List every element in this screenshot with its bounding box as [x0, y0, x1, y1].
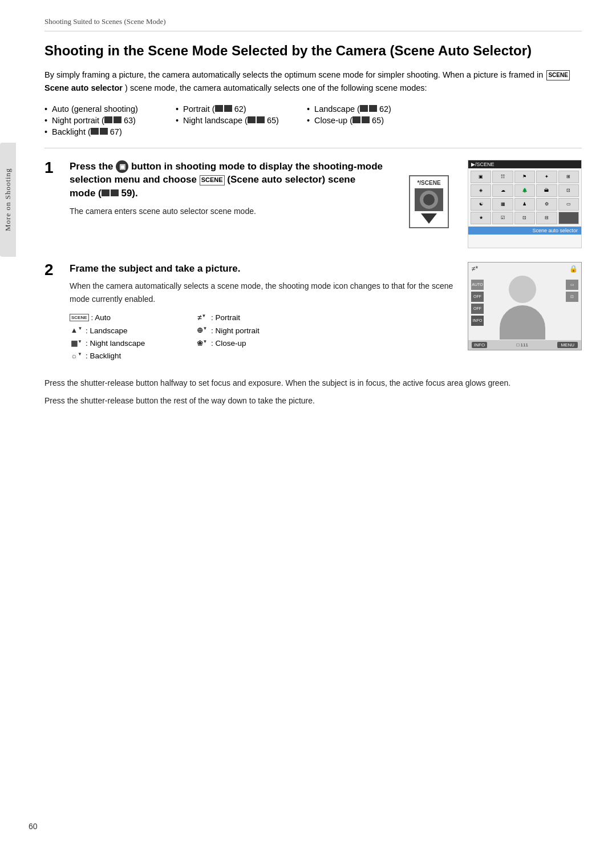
right-icons: ▭ ⊡: [566, 280, 578, 302]
menu-cell: ★: [471, 212, 491, 224]
section-divider: [44, 148, 582, 148]
scene-icon-inline: SCENE: [546, 70, 569, 80]
icon-landscape: ▲▼ : Landscape: [70, 326, 184, 334]
breadcrumb: Shooting Suited to Scenes (Scene Mode): [44, 17, 582, 31]
landscape-icon: ▲▼: [70, 326, 83, 334]
menu-cell: [558, 212, 579, 224]
bullet-night-landscape-text: Night landscape ( 65): [183, 116, 279, 125]
menu-button: MENU: [557, 342, 578, 348]
step-2-text-col: Frame the subject and take a picture. Wh…: [70, 262, 456, 362]
scene-auto-selector-label: Scene auto selector: [468, 227, 581, 235]
menu-cell: ♟: [514, 198, 535, 211]
icon-backlight: ☼▼ : Backlight: [70, 352, 184, 360]
preview-top-right: 🔒: [569, 265, 578, 273]
icon-landscape-label: : Landscape: [86, 326, 128, 335]
step-1-body: The camera enters scene auto selector sc…: [70, 205, 383, 217]
preview-top-left: ≠*: [472, 265, 478, 273]
menu-cell: ⚑: [514, 171, 535, 183]
bullet-closeup-text: Close-up ( 65): [314, 116, 384, 125]
page-title-text: Shooting in the Scene Mode Selected by t…: [44, 43, 532, 58]
step-2-layout: 2 Frame the subject and take a picture. …: [44, 262, 582, 368]
icon-portrait-label: : Portrait: [211, 313, 240, 322]
menu-cell: ☷: [492, 171, 513, 183]
main-content: Shooting Suited to Scenes (Scene Mode) S…: [16, 0, 616, 848]
step-2-body: When the camera automatically selects a …: [70, 280, 456, 305]
menu-cell: ◈: [471, 184, 491, 197]
scene-auto-bold: Scene auto selector: [230, 174, 322, 185]
scene-auto-icon: SCENE: [70, 314, 89, 321]
step-1-text-content: Press the ▣ button in shooting mode to d…: [70, 160, 383, 218]
bullet-night-portrait: Night portrait ( 63): [44, 116, 170, 125]
side-tab-label: More on Shooting: [3, 168, 13, 232]
portrait-icon: ≠▼: [195, 313, 209, 322]
night-landscape-icon: ▦▼: [70, 339, 83, 348]
icon-portrait: ≠▼ : Portrait: [195, 313, 309, 322]
camera-menu-top-label: ▶/SCENE: [471, 161, 495, 167]
icon-night-portrait: ⊕▼ : Night portrait: [195, 326, 309, 334]
bullet-auto: Auto (general shooting): [44, 104, 170, 114]
step-2-section: 2 Frame the subject and take a picture. …: [44, 262, 582, 407]
step-2-note-2: Press the shutter-release button the res…: [44, 394, 582, 407]
step-1-image-group: */SCENE: [395, 160, 582, 248]
info-button: INFO: [472, 342, 487, 348]
silhouette-head: [509, 276, 536, 303]
bullet-backlight: Backlight ( 67): [44, 127, 170, 136]
auto-icon-box: AUTO: [471, 280, 484, 290]
page-number: 60: [29, 822, 38, 831]
step-2-image: ≠* 🔒 AUTO OFF OFF INFO: [468, 262, 582, 350]
right-icon-2: ⊡: [566, 292, 578, 302]
camera-menu-screenshot: ▶/SCENE ▣ ☷ ⚑ ✦ ⊞ ◈ ☁: [468, 160, 582, 248]
camera-preview-screenshot: ≠* 🔒 AUTO OFF OFF INFO: [468, 262, 582, 350]
icons-grid: SCENE : Auto ≠▼ : Portrait ▲▼ : Landscap…: [70, 313, 456, 362]
bullet-landscape: Landscape ( 62): [307, 104, 432, 114]
menu-cell: ⊟: [536, 212, 557, 224]
menu-cell: ▦: [492, 198, 513, 211]
side-tab: More on Shooting: [0, 143, 16, 257]
bullet-night-landscape: Night landscape ( 65): [176, 116, 301, 125]
icon-night-landscape-label: : Night landscape: [86, 339, 145, 348]
night-portrait-icon: ⊕▼: [195, 326, 209, 334]
camera-button-icon: ▣: [116, 160, 128, 173]
menu-cell: ⊡: [514, 212, 535, 224]
off-icon-box-1: OFF: [471, 292, 484, 302]
icon-closeup-label: : Close-up: [211, 339, 246, 348]
preview-left-icons: AUTO OFF OFF INFO: [471, 280, 484, 326]
step-1-number: 1: [44, 160, 62, 176]
step-2-content: 2 Frame the subject and take a picture. …: [44, 262, 456, 362]
bullet-portrait: Portrait ( 62): [176, 104, 301, 114]
icon-night-landscape: ▦▼ : Night landscape: [70, 339, 184, 348]
menu-cell: ⊡: [558, 184, 579, 197]
menu-cell: ☑: [492, 212, 513, 224]
bullet-backlight-text: Backlight ( 67): [52, 127, 122, 136]
icon-closeup: ❀▼ : Close-up: [195, 339, 309, 348]
bullet-portrait-text: Portrait ( 62): [183, 104, 246, 114]
step-2-note-1: Press the shutter-release button halfway…: [44, 377, 582, 389]
scene-selector-icon: SCENE: [200, 175, 225, 185]
scene-mode-label: */SCENE: [409, 175, 449, 228]
info-icon-box: INFO: [471, 316, 484, 326]
preview-bottom-bar: INFO □ 111 MENU: [468, 340, 581, 350]
ref-59: [102, 189, 119, 196]
backlight-icon: ☼▼: [70, 352, 83, 360]
silhouette-body: [500, 305, 545, 340]
bullet-landscape-text: Landscape ( 62): [314, 104, 391, 114]
menu-cell: 🌲: [514, 184, 535, 197]
icons-section: SCENE : Auto ≠▼ : Portrait ▲▼ : Landscap…: [70, 313, 456, 362]
menu-cell: ☁: [492, 184, 513, 197]
step-1-images: */SCENE: [395, 160, 582, 248]
step-1-content: 1 Press the ▣ button in shooting mode to…: [44, 160, 383, 218]
bullet-auto-text: Auto (general shooting): [52, 104, 138, 114]
step-2-number: 2: [44, 262, 62, 278]
bullet-closeup: Close-up ( 65): [307, 116, 432, 125]
menu-cell: ⊞: [558, 171, 579, 183]
page-title: Shooting in the Scene Mode Selected by t…: [44, 42, 582, 59]
icon-auto: SCENE : Auto: [70, 313, 184, 322]
step-2-title: Frame the subject and take a picture.: [70, 262, 456, 276]
right-icon-1: ▭: [566, 280, 578, 290]
intro-bold-text: Scene auto selector: [44, 83, 123, 92]
arrow-diagram: */SCENE: [395, 160, 463, 248]
menu-cell: ▭: [558, 198, 579, 211]
menu-cell: ✦: [536, 171, 557, 183]
icon-backlight-label: : Backlight: [86, 352, 121, 360]
subject-silhouette: [494, 276, 551, 338]
